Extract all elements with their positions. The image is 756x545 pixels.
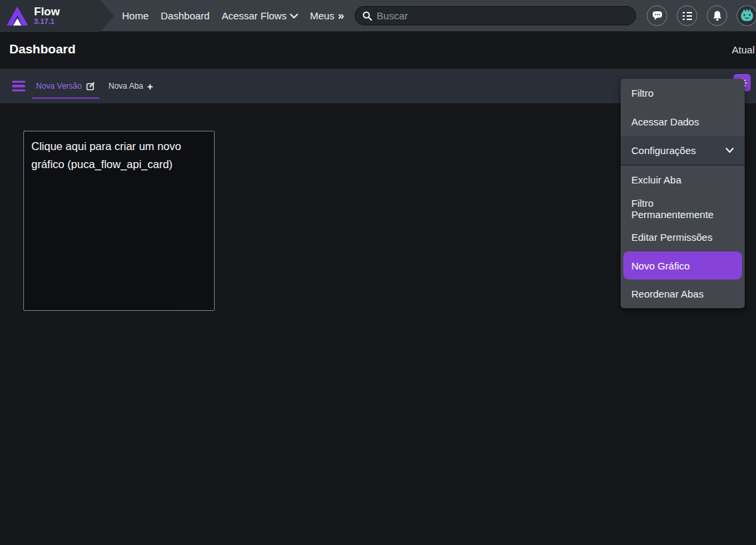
chevron-down-icon (290, 13, 298, 19)
search-bar[interactable] (355, 6, 636, 25)
atual-label[interactable]: Atual (732, 44, 755, 55)
nav-item-acessar-flows[interactable]: Acessar Flows (215, 10, 304, 21)
settings-dropdown-menu: Filtro Acessar Dados Configurações Exclu… (621, 79, 745, 308)
notifications-button[interactable] (707, 5, 727, 26)
nav-item-meus[interactable]: Meus » (304, 9, 349, 23)
page-title: Dashboard (9, 42, 75, 57)
menu-item-acessar-dados[interactable]: Acessar Dados (621, 107, 745, 136)
chevron-down-icon (725, 147, 734, 153)
app-name: Flow (34, 6, 60, 18)
chat-icon (651, 10, 663, 21)
avatar-creature-icon (737, 6, 756, 25)
nav-item-dashboard[interactable]: Dashboard (155, 10, 215, 21)
menu-item-reordenar-abas[interactable]: Reordenar Abas (621, 280, 745, 308)
new-chart-placeholder-text: Clique aqui para criar um novo gráfico (… (31, 140, 181, 170)
menu-item-filtro-permanentemente[interactable]: Filtro Permanentemente (621, 194, 745, 223)
checklist-button[interactable] (677, 5, 697, 26)
menu-item-excluir-aba[interactable]: Excluir Aba (621, 165, 745, 194)
search-input[interactable] (377, 10, 629, 21)
hamburger-menu-icon[interactable] (12, 81, 25, 92)
navbar-icon-buttons (647, 5, 756, 26)
user-avatar[interactable] (737, 5, 756, 26)
menu-item-novo-grafico[interactable]: Novo Gráfico (623, 251, 742, 280)
search-icon (362, 11, 373, 21)
top-navbar: Flow 3.17.1 Home Dashboard Acessar Flows… (0, 0, 756, 32)
edit-icon[interactable] (86, 81, 95, 91)
page-header: Dashboard Atual (0, 33, 756, 66)
checklist-icon (681, 11, 693, 21)
brand[interactable]: Flow 3.17.1 (0, 0, 100, 32)
nav-item-home[interactable]: Home (116, 10, 155, 21)
new-chart-placeholder-card[interactable]: Clique aqui para criar um novo gráfico (… (23, 131, 215, 311)
chat-button[interactable] (647, 5, 667, 26)
tab-nova-aba[interactable]: Nova Aba + (102, 69, 160, 103)
menu-item-editar-permissoes[interactable]: Editar Permissões (621, 223, 745, 251)
flow-logo-icon (6, 5, 29, 27)
plus-icon: + (147, 81, 153, 92)
tab-bar: Nova Versão Nova Aba + (29, 69, 160, 103)
app-version: 3.17.1 (34, 18, 60, 26)
tab-nova-versao[interactable]: Nova Versão (29, 69, 102, 103)
bell-icon (711, 10, 723, 22)
primary-nav: Home Dashboard Acessar Flows Meus » (116, 9, 349, 23)
double-chevron-icon: » (338, 9, 343, 23)
menu-item-configuracoes[interactable]: Configurações (621, 136, 745, 165)
menu-item-filtro[interactable]: Filtro (621, 79, 745, 107)
